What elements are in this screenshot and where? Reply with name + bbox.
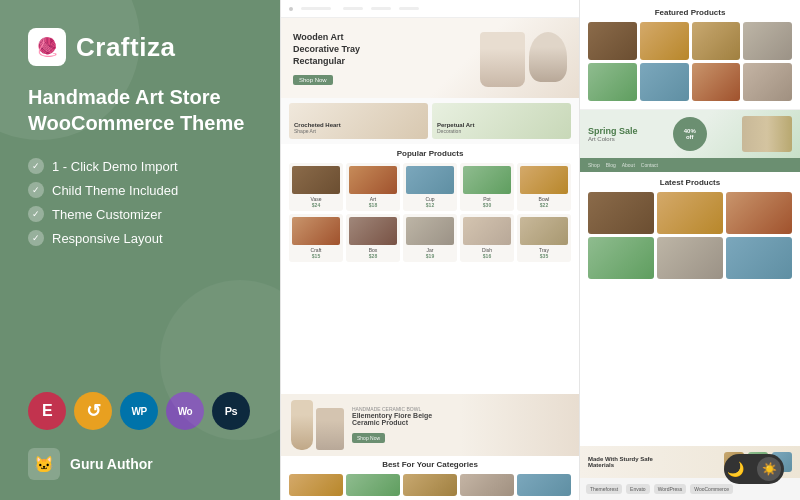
wordpress-badge: WP — [120, 392, 158, 430]
nav-link — [343, 7, 363, 10]
dark-mode-toggle[interactable]: 🌙 ☀️ — [724, 454, 784, 484]
category-card — [517, 474, 571, 496]
pencils-image — [742, 116, 792, 152]
product-image — [406, 217, 454, 245]
product-card: Cup $12 — [403, 163, 457, 211]
hero-title: Wooden Art Decorative Tray Rectangular — [293, 32, 373, 67]
sub-card-sub: Decoration — [437, 128, 566, 134]
latest-item — [588, 237, 654, 279]
feature-item: ✓ Responsive Layout — [28, 230, 252, 246]
product-card: Dish $16 — [460, 214, 514, 262]
latest-item — [657, 192, 723, 234]
right-featured: Featured Products — [580, 0, 800, 110]
nav-link — [371, 7, 391, 10]
custom-badge: ↺ — [74, 392, 112, 430]
featured-grid — [588, 22, 792, 101]
featured-item — [743, 22, 792, 60]
product-price: $15 — [292, 253, 340, 259]
feature-label: Theme Customizer — [52, 207, 162, 222]
author-label: Guru Author — [70, 456, 153, 472]
featured-item — [743, 63, 792, 101]
author-row: 🐱 Guru Author — [28, 448, 252, 480]
toggle-knob: ☀️ — [757, 457, 781, 481]
photoshop-badge: Ps — [212, 392, 250, 430]
feature-label: Responsive Layout — [52, 231, 163, 246]
trust-badge: Envato — [626, 484, 650, 494]
product-card: Pot $30 — [460, 163, 514, 211]
latest-item — [726, 237, 792, 279]
categories-title: Best For Your Categories — [289, 460, 571, 469]
products-grid: Vase $24 Art $18 Cup $12 Pot $30 — [289, 163, 571, 262]
categories-grid — [289, 474, 571, 496]
topbar-link: Contact — [641, 162, 658, 168]
product-image — [463, 217, 511, 245]
promo-cta: Shop Now — [352, 433, 385, 443]
moon-icon: 🌙 — [727, 461, 744, 477]
theme-preview-panel: Wooden Art Decorative Tray Rectangular S… — [280, 0, 580, 500]
woocommerce-badge: Wo — [166, 392, 204, 430]
trust-badge: WordPress — [654, 484, 687, 494]
tagline: Handmade Art Store WooCommerce Theme — [28, 84, 252, 136]
product-price: $12 — [406, 202, 454, 208]
promo-image-short — [316, 408, 344, 450]
product-price: $19 — [406, 253, 454, 259]
brand-row: 🧶 Craftiza — [28, 28, 252, 66]
technology-badges: E ↺ WP Wo Ps — [28, 392, 252, 430]
check-icon: ✓ — [28, 206, 44, 222]
nav-link — [399, 7, 419, 10]
spring-sub: Art Colors — [588, 136, 638, 142]
product-price: $22 — [520, 202, 568, 208]
theme-preview: Wooden Art Decorative Tray Rectangular S… — [281, 0, 579, 500]
author-icon: 🐱 — [28, 448, 60, 480]
feature-label: 1 - Click Demo Import — [52, 159, 178, 174]
trust-badge: WooCommerce — [690, 484, 733, 494]
product-image — [463, 166, 511, 194]
product-image — [349, 217, 397, 245]
featured-item — [588, 63, 637, 101]
preview-categories: Best For Your Categories — [281, 456, 579, 500]
footer-banner-text: Made With Sturdy Safe Materials — [588, 456, 658, 468]
check-icon: ✓ — [28, 230, 44, 246]
preview-subbanner: Crocheted Heart Shape Art Perpetual Art … — [281, 98, 579, 144]
category-card — [460, 474, 514, 496]
product-price: $24 — [292, 202, 340, 208]
category-card — [346, 474, 400, 496]
product-image — [406, 166, 454, 194]
nav-logo — [301, 7, 331, 10]
trust-badge: Themeforest — [586, 484, 622, 494]
nav-dot — [289, 7, 293, 11]
preview-hero: Wooden Art Decorative Tray Rectangular S… — [281, 18, 579, 98]
spring-text: Spring Sale Art Colors — [588, 126, 638, 142]
featured-item — [640, 63, 689, 101]
product-image — [520, 217, 568, 245]
sub-card-sub: Shape Art — [294, 128, 423, 134]
hero-cta: Shop Now — [293, 75, 333, 85]
latest-item — [726, 192, 792, 234]
product-card: Box $28 — [346, 214, 400, 262]
spring-title: Spring Sale — [588, 126, 638, 136]
feature-item: ✓ Theme Customizer — [28, 206, 252, 222]
latest-item — [588, 192, 654, 234]
sun-icon: ☀️ — [762, 462, 777, 476]
product-card: Bowl $22 — [517, 163, 571, 211]
featured-title: Featured Products — [588, 8, 792, 17]
right-latest: Latest Products — [580, 172, 800, 446]
right-topbar: Shop Blog About Contact — [580, 158, 800, 172]
tagline-line1: Handmade Art Store — [28, 84, 252, 110]
featured-item — [692, 63, 741, 101]
feature-item: ✓ Child Theme Included — [28, 182, 252, 198]
brand-name: Craftiza — [76, 32, 175, 63]
promo-image-tall — [291, 400, 313, 450]
product-image — [292, 217, 340, 245]
brand-logo-icon: 🧶 — [28, 28, 66, 66]
featured-item — [640, 22, 689, 60]
preview-products: Popular Products Vase $24 Art $18 Cup $1… — [281, 144, 579, 394]
product-image — [292, 166, 340, 194]
promo-images — [291, 400, 344, 450]
product-price: $16 — [463, 253, 511, 259]
discount-off: off — [686, 134, 694, 140]
product-card: Tray $35 — [517, 214, 571, 262]
latest-item — [657, 237, 723, 279]
tagline-line2: WooCommerce Theme — [28, 110, 252, 136]
preview-promo: HANDMADE CERAMIC BOWL Ellementory Fiore … — [281, 394, 579, 456]
